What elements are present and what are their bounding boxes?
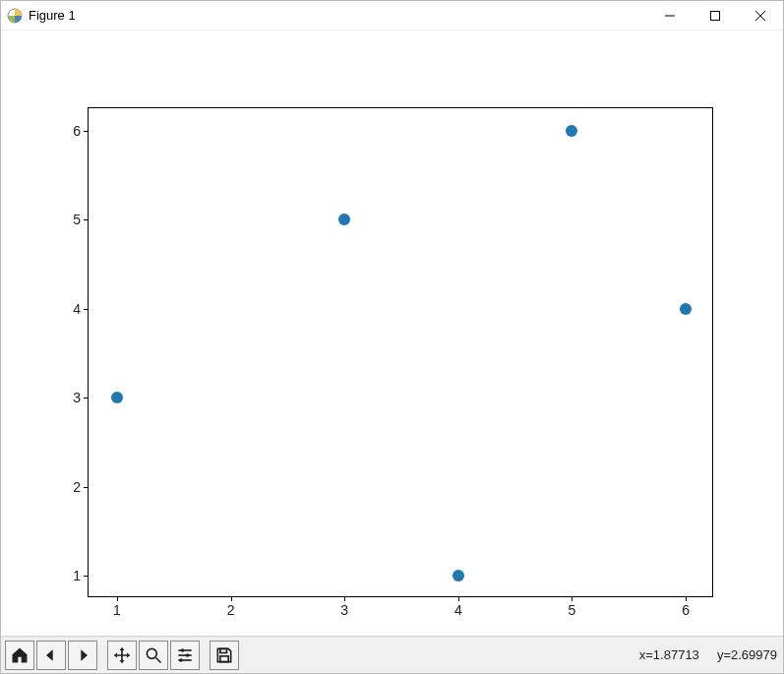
forward-button[interactable] [68,641,97,670]
plot-axes: 123456123456 [88,107,713,597]
configure-subplots-button[interactable] [170,641,200,670]
svg-point-12 [179,658,183,662]
svg-rect-13 [220,648,227,652]
home-button[interactable] [5,641,34,670]
svg-point-8 [181,648,185,652]
data-point [566,125,577,137]
svg-point-10 [186,653,190,657]
close-button[interactable] [738,1,783,31]
zoom-button[interactable] [139,641,168,670]
window-titlebar: Figure 1 [1,1,783,31]
status-y-value: 2.69979 [731,647,777,662]
svg-point-5 [147,648,156,658]
data-point [452,570,464,582]
data-point [680,303,692,315]
svg-line-6 [156,657,161,662]
figure-canvas[interactable]: 123456123456 [1,31,783,636]
maximize-button[interactable] [693,1,738,31]
cursor-coordinates: x=1.87713 y=2.69979 [639,647,777,662]
svg-rect-2 [711,11,720,20]
data-point [111,392,123,403]
status-y-label: y= [717,647,731,662]
svg-rect-14 [220,655,228,661]
pan-button[interactable] [107,641,137,670]
status-x-label: x= [639,647,653,662]
navigation-toolbar: x=1.87713 y=2.69979 [1,636,783,673]
status-x-value: 1.87713 [653,647,699,662]
minimize-button[interactable] [647,1,693,31]
window-title: Figure 1 [29,8,76,23]
back-button[interactable] [36,641,66,670]
save-button[interactable] [210,641,239,670]
data-point [338,214,350,225]
app-icon [7,8,23,24]
